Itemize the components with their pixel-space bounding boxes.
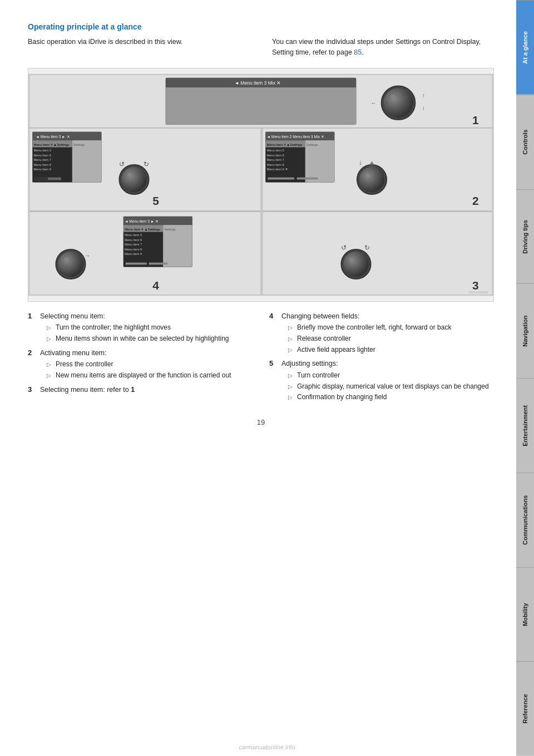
- sub-item-5-2: ▷ Graphic display, numerical value or te…: [288, 382, 489, 391]
- svg-rect-52: [268, 177, 294, 179]
- list-num-2: 2: [28, 348, 36, 382]
- svg-text:Menu item 7: Menu item 7: [266, 158, 284, 161]
- svg-point-78: [64, 257, 68, 261]
- svg-rect-72: [163, 225, 192, 267]
- triangle-icon-8: ▷: [288, 372, 294, 380]
- sidebar-tabs: At a glance Controls Driving tips Naviga…: [516, 0, 534, 756]
- sub-item-2-1: ▷ Press the controller: [47, 360, 231, 369]
- svg-rect-5: [166, 87, 356, 125]
- svg-text:Menu item 9: Menu item 9: [34, 168, 51, 171]
- left-column: 1 Selecting menu item: ▷ Turn the contro…: [28, 312, 253, 408]
- sidebar-tab-at-a-glance[interactable]: At a glance: [516, 0, 534, 95]
- svg-text:2: 2: [472, 194, 479, 207]
- svg-text:Menu item 9: Menu item 9: [125, 252, 142, 256]
- list-item-5: 5 Adjusting settings: ▷ Turn controller …: [269, 359, 494, 404]
- page-link[interactable]: 85: [354, 48, 362, 56]
- sub-item-4-1: ▷ Briefly move the controller left, righ…: [288, 323, 451, 332]
- svg-text:1: 1: [472, 113, 479, 126]
- list-text-5: Adjusting settings: ▷ Turn controller ▷ …: [281, 359, 489, 404]
- svg-text:←: ←: [56, 253, 62, 259]
- svg-text:Menu item 4  ▲Settings: Menu item 4 ▲Settings: [34, 142, 70, 146]
- content-columns: 1 Selecting menu item: ▷ Turn the contro…: [28, 312, 494, 408]
- triangle-icon-10: ▷: [288, 394, 294, 402]
- diagram-svg: ◄ Menu item 3 Mix ✕ ↑ ← ↓ 1 ◄ Men: [28, 68, 493, 301]
- watermark: carmanualonline.info: [239, 744, 295, 750]
- sub-item-5-3: ▷ Confirmation by changing field: [288, 392, 489, 402]
- svg-point-7: [383, 88, 413, 117]
- sub-item-2-2: ▷ New menu items are displayed or the fu…: [47, 371, 231, 380]
- svg-text:5: 5: [152, 194, 159, 207]
- svg-text:Menu item 7: Menu item 7: [125, 243, 142, 246]
- triangle-icon-3: ▷: [47, 361, 52, 369]
- list-num-3: 3: [28, 385, 36, 395]
- list-num-1: 1: [28, 312, 36, 345]
- svg-text:Settings: Settings: [73, 143, 85, 146]
- right-column: 4 Changing between fields: ▷ Briefly mov…: [269, 312, 494, 408]
- svg-rect-28: [72, 140, 101, 182]
- sub-item-5-1: ▷ Turn controller: [288, 371, 489, 380]
- triangle-icon-9: ▷: [288, 383, 294, 391]
- svg-text:◄ Menu item 3 ►  ✕: ◄ Menu item 3 ► ✕: [125, 219, 159, 223]
- svg-point-55: [359, 166, 385, 192]
- sidebar-tab-reference[interactable]: Reference: [516, 661, 534, 756]
- main-content: Operating principle at a glance Basic op…: [0, 0, 516, 449]
- svg-rect-75: [149, 262, 167, 264]
- sub-list-5: ▷ Turn controller ▷ Graphic display, num…: [288, 371, 489, 402]
- sidebar-tab-navigation[interactable]: Navigation: [516, 283, 534, 378]
- sub-item-1-2: ▷ Menu items shown in white can be selec…: [47, 334, 229, 343]
- triangle-icon-2: ▷: [47, 335, 52, 343]
- list-num-4: 4: [269, 312, 277, 356]
- svg-rect-50: [305, 140, 334, 182]
- svg-text:◄ Menu item 2  Menu item 3  Mi: ◄ Menu item 2 Menu item 3 Mix ✕: [266, 135, 324, 139]
- svg-text:↺: ↺: [119, 160, 125, 168]
- sub-item-1-1: ▷ Turn the controller; the highlight mov…: [47, 323, 229, 332]
- sidebar-tab-communications[interactable]: Communications: [516, 473, 534, 567]
- intro-left: Basic operation via iDrive is described …: [28, 37, 250, 58]
- svg-text:Menu item 6: Menu item 6: [266, 153, 284, 156]
- triangle-icon-5: ▷: [288, 324, 294, 332]
- list-text-1: Selecting menu item: ▷ Turn the controll…: [40, 312, 229, 345]
- list-item-4: 4 Changing between fields: ▷ Briefly mov…: [269, 312, 494, 356]
- svg-point-34: [127, 173, 131, 176]
- sidebar-tab-driving-tips[interactable]: Driving tips: [516, 189, 534, 284]
- svg-text:Menu item 9  ▼: Menu item 9 ▼: [266, 168, 288, 171]
- list-item-2: 2 Activating menu item: ▷ Press the cont…: [28, 348, 253, 382]
- section-title: Operating principle at a glance: [28, 22, 494, 31]
- sub-list-2: ▷ Press the controller ▷ New menu items …: [47, 360, 231, 380]
- intro-columns: Basic operation via iDrive is described …: [28, 37, 494, 58]
- svg-text:←: ←: [371, 100, 377, 106]
- svg-point-85: [349, 257, 353, 261]
- svg-text:4: 4: [152, 279, 159, 292]
- svg-text:Menu item 5: Menu item 5: [266, 149, 284, 152]
- svg-text:↑: ↑: [422, 92, 425, 99]
- svg-text:Menu item 8: Menu item 8: [125, 247, 142, 251]
- svg-text:→: →: [85, 253, 90, 259]
- svg-point-84: [343, 251, 369, 277]
- sub-list-1: ▷ Turn the controller; the highlight mov…: [47, 323, 229, 343]
- svg-point-56: [365, 173, 369, 176]
- sidebar-tab-controls[interactable]: Controls: [516, 95, 534, 189]
- sidebar-tab-mobility[interactable]: Mobility: [516, 567, 534, 662]
- sidebar-tab-entertainment[interactable]: Entertainment: [516, 378, 534, 473]
- svg-text:Settings: Settings: [164, 227, 176, 230]
- svg-point-8: [391, 94, 395, 99]
- svg-text:3: 3: [472, 279, 479, 292]
- svg-text:Menu item 6: Menu item 6: [125, 238, 142, 241]
- svg-text:◄ Menu item 3  Mix  ✕: ◄ Menu item 3 Mix ✕: [235, 80, 281, 86]
- triangle-icon-4: ▷: [47, 372, 52, 380]
- svg-text:Menu item 5: Menu item 5: [125, 233, 142, 237]
- page-number: 19: [28, 418, 494, 426]
- svg-text:↻: ↻: [364, 243, 370, 251]
- list-text-2: Activating menu item: ▷ Press the contro…: [40, 348, 231, 382]
- svg-text:↓: ↓: [422, 105, 425, 111]
- svg-text:↺: ↺: [341, 243, 347, 251]
- svg-rect-53: [297, 177, 318, 179]
- sub-item-4-2: ▷ Release controller: [288, 334, 451, 343]
- list-text-4: Changing between fields: ▷ Briefly move …: [281, 312, 451, 356]
- svg-text:↻: ↻: [144, 160, 149, 168]
- svg-text:Menu item 4  ▲Settings: Menu item 4 ▲Settings: [125, 227, 160, 230]
- svg-text:Menu item 5: Menu item 5: [34, 149, 51, 152]
- triangle-icon-7: ▷: [288, 346, 294, 355]
- svg-text:Menu item 7: Menu item 7: [34, 158, 51, 161]
- svg-rect-31: [34, 177, 48, 180]
